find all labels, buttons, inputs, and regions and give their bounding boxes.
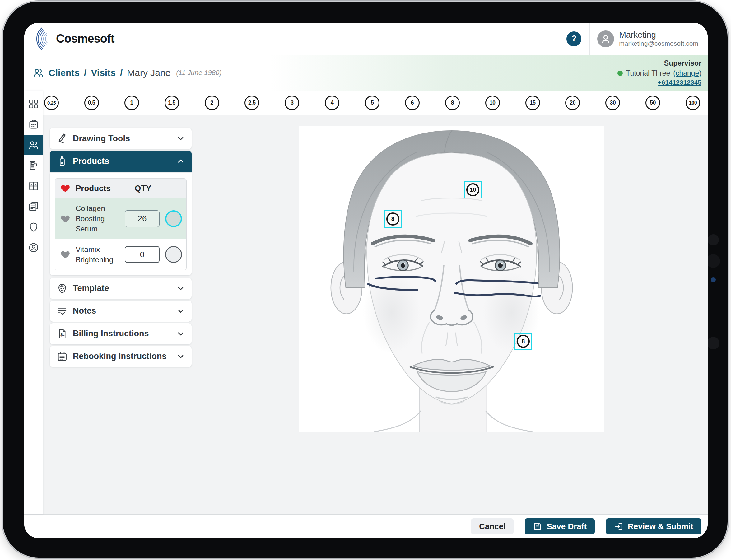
nav-payments[interactable]: [24, 155, 43, 176]
product-name: Vitamix Brightening: [76, 244, 122, 265]
phone-link[interactable]: +61412312345: [617, 78, 701, 87]
template-section[interactable]: Template: [50, 278, 192, 299]
qty-input-collagen[interactable]: [125, 210, 160, 227]
change-clinic-link[interactable]: (change): [673, 68, 701, 78]
unit-badge[interactable]: 8: [445, 96, 460, 110]
drawing-tools-label: Drawing Tools: [73, 134, 130, 143]
bezel-camera-dot: [706, 254, 720, 268]
review-submit-button[interactable]: Review & Submit: [606, 518, 701, 534]
dashboard-icon: [28, 98, 39, 110]
unit-badge[interactable]: 1.5: [165, 96, 179, 110]
billing-label: Billing Instructions: [73, 329, 149, 338]
calendar-sync-icon: [28, 119, 39, 130]
favorite-toggle[interactable]: [55, 250, 76, 259]
user-email: marketing@cosmesoft.com: [619, 40, 698, 47]
unit-badge[interactable]: 50: [645, 96, 660, 110]
face-canvas[interactable]: 10 8 8: [299, 126, 604, 432]
products-table-header: Products QTY: [55, 179, 186, 198]
unit-badge[interactable]: 100: [686, 96, 700, 110]
unit-badge[interactable]: 3: [285, 96, 299, 110]
breadcrumb-clients-link[interactable]: Clients: [49, 68, 80, 78]
cancel-button[interactable]: Cancel: [471, 518, 514, 534]
save-floppy-icon: [533, 522, 542, 531]
unit-badge[interactable]: 5: [365, 96, 379, 110]
notes-section[interactable]: Notes: [50, 301, 192, 322]
save-draft-button[interactable]: Save Draft: [525, 518, 595, 534]
unit-badge[interactable]: 0.25: [44, 96, 59, 110]
breadcrumb-separator: /: [120, 68, 123, 78]
cosmesoft-logo: Cosmesoft: [24, 27, 114, 50]
rebooking-instructions-section[interactable]: Rebooking Instructions: [50, 346, 192, 367]
unit-badge[interactable]: 2.5: [244, 96, 259, 110]
user-name: Marketing: [619, 30, 698, 40]
chevron-down-icon: [176, 284, 185, 293]
chevron-down-icon: [176, 352, 185, 361]
dose-marker-forehead[interactable]: 10: [464, 181, 482, 198]
dose-marker-value: 8: [386, 212, 399, 226]
user-menu[interactable]: Marketing marketing@cosmesoft.com: [590, 23, 708, 55]
heart-filled-gray-icon: [60, 214, 70, 224]
unit-badge[interactable]: 0.5: [84, 96, 99, 110]
svg-text:$: $: [60, 332, 63, 337]
favorite-toggle[interactable]: [55, 214, 76, 224]
product-select-radio[interactable]: [165, 246, 182, 263]
unit-badge[interactable]: 20: [565, 96, 580, 110]
bezel-camera-dot: [707, 337, 719, 349]
product-name: Collagen Boosting Serum: [76, 203, 122, 234]
nav-rooms[interactable]: [24, 176, 43, 196]
qty-input-vitamix[interactable]: [125, 246, 160, 263]
help-button[interactable]: ?: [566, 31, 581, 46]
shield-icon: [28, 222, 39, 233]
person-icon: [599, 33, 612, 45]
unit-badge[interactable]: 6: [405, 96, 420, 110]
calendar-icon: [56, 351, 68, 362]
chevron-up-icon: [176, 156, 185, 166]
chevron-down-icon: [176, 306, 185, 316]
terminal-icon: [28, 160, 39, 171]
dose-marker-left-brow[interactable]: 8: [384, 210, 402, 228]
nav-invoices[interactable]: [24, 196, 43, 217]
breadcrumb: Clients / Visits / Mary Jane (11 June 19…: [32, 67, 222, 79]
session-info: Supervisor Tutorial Three (change) +6141…: [617, 58, 701, 87]
unit-badge[interactable]: 15: [525, 96, 540, 110]
unit-badge-row: 0.25 0.5 1 1.5 2 2.5 3 4 5 6 8 10 15 20 …: [43, 91, 708, 115]
unit-badge[interactable]: 2: [205, 96, 219, 110]
products-table: Products QTY Collagen Boosting Serum: [55, 178, 187, 270]
dose-marker-right-cheek[interactable]: 8: [514, 333, 532, 350]
unit-badge[interactable]: 4: [325, 96, 339, 110]
question-mark-icon: ?: [571, 34, 577, 44]
app-header: Cosmesoft ?: [24, 23, 708, 55]
products-section-label: Products: [73, 156, 109, 166]
rebooking-label: Rebooking Instructions: [73, 352, 167, 361]
bezel-sensor-dot: [711, 277, 716, 282]
nav-account[interactable]: [24, 237, 43, 258]
breadcrumb-visits-link[interactable]: Visits: [91, 68, 116, 78]
nav-appointments[interactable]: [24, 114, 43, 135]
face-illustration: [299, 126, 604, 432]
drawing-tools-section[interactable]: Drawing Tools: [50, 128, 192, 149]
unit-badge[interactable]: 10: [485, 96, 500, 110]
nav-security[interactable]: [24, 217, 43, 237]
dose-marker-value: 8: [517, 335, 530, 348]
favorites-filter[interactable]: [55, 183, 76, 193]
avatar: [597, 30, 614, 47]
product-select-radio-selected[interactable]: [165, 210, 182, 227]
products-section-header[interactable]: Products: [50, 151, 192, 172]
tablet-frame: Cosmesoft ?: [2, 1, 729, 558]
unit-badge[interactable]: 30: [605, 96, 620, 110]
chevron-down-icon: [176, 329, 185, 338]
dose-marker-value: 10: [466, 183, 479, 196]
product-row-vitamix[interactable]: Vitamix Brightening: [55, 239, 186, 270]
tools-panel: Drawing Tools: [50, 128, 192, 367]
screen: Cosmesoft ?: [24, 23, 708, 538]
save-draft-label: Save Draft: [547, 522, 587, 531]
nav-dashboard[interactable]: [24, 94, 43, 114]
nav-clients[interactable]: [24, 135, 43, 155]
unit-badge[interactable]: 1: [124, 96, 139, 110]
notes-label: Notes: [73, 306, 96, 316]
submit-arrow-icon: [614, 522, 623, 531]
billing-instructions-section[interactable]: $ Billing Instructions: [50, 323, 192, 344]
breadcrumb-separator: /: [84, 68, 86, 78]
product-row-collagen[interactable]: Collagen Boosting Serum: [55, 198, 186, 239]
clients-icon: [28, 139, 39, 151]
